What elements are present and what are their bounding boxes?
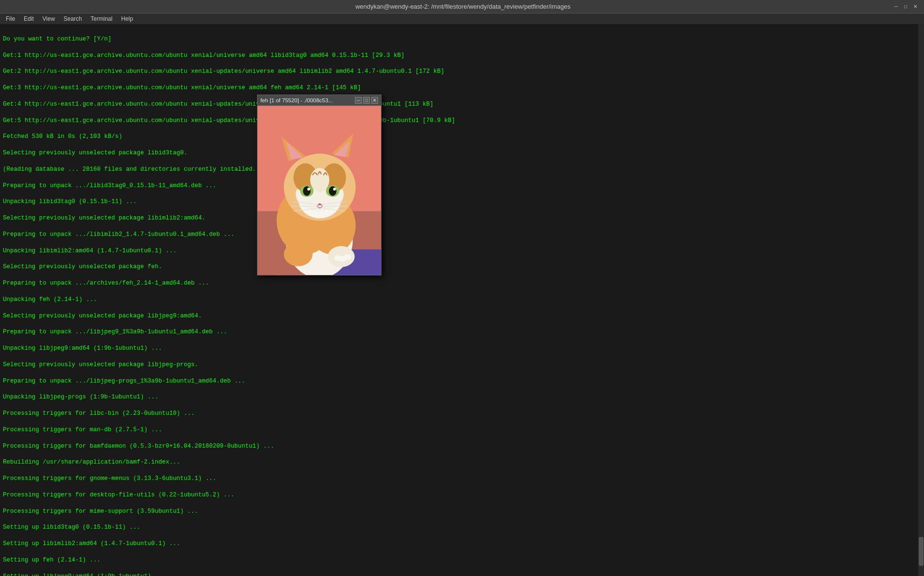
terminal-line: Processing triggers for gnome-menus (3.1… [3, 475, 921, 483]
terminal-line: Fetched 530 kB in 0s (2,103 kB/s) [3, 133, 921, 141]
svg-point-24 [333, 188, 336, 191]
terminal-line: Processing triggers for bamfdaemon (0.5.… [3, 442, 921, 451]
terminal-line: Setting up libid3tag0 (0.15.1b-11) ... [3, 523, 921, 532]
terminal-line: Get:3 http://us-east1.gce.archive.ubuntu… [3, 84, 921, 92]
feh-close-button[interactable]: ✕ [371, 97, 378, 104]
terminal-line: (Reading database ... 28160 files and di… [3, 165, 921, 174]
terminal-line: Unpacking libimlib2:amd64 (1.4.7-1ubuntu… [3, 247, 921, 255]
terminal-line: Unpacking libid3tag0 (0.15.1b-11) ... [3, 198, 921, 206]
svg-point-21 [307, 188, 310, 191]
feh-window[interactable]: feh [1 of 75520] - ./0008c53... ─ □ ✕ [257, 95, 381, 275]
terminal[interactable]: Do you want to continue? [Y/n] Get:1 htt… [0, 24, 924, 576]
menu-view[interactable]: View [39, 14, 59, 23]
feh-titlebar: feh [1 of 75520] - ./0008c53... ─ □ ✕ [258, 95, 381, 106]
feh-minimize-button[interactable]: ─ [355, 97, 362, 104]
menu-terminal[interactable]: Terminal [87, 14, 116, 23]
menu-file[interactable]: File [2, 14, 19, 23]
window-title: wendykan@wendy-east-2: /mnt/filestore/we… [34, 3, 892, 10]
terminal-line: Unpacking libjpeg9:amd64 (1:9b-1ubuntu1)… [3, 344, 921, 353]
terminal-line: Setting up feh (2.14-1) ... [3, 556, 921, 564]
menu-help[interactable]: Help [117, 14, 137, 23]
terminal-line: Rebuilding /usr/share/application/bamf-2… [3, 458, 921, 466]
terminal-line: Preparing to unpack .../libjpeg9_1%3a9b-… [3, 328, 921, 336]
feh-controls[interactable]: ─ □ ✕ [355, 97, 378, 104]
terminal-line: Setting up libimlib2:amd64 (1.4.7-1ubunt… [3, 540, 921, 548]
close-button[interactable]: ✕ [911, 3, 919, 11]
terminal-line: Get:5 http://us-east1.gce.archive.ubuntu… [3, 117, 921, 125]
terminal-line: Selecting previously unselected package … [3, 149, 921, 157]
terminal-line: Setting up libjpeg9:amd64 (1:9b-1ubuntu1… [3, 573, 921, 576]
terminal-line: Preparing to unpack .../libjpeg-progs_1%… [3, 377, 921, 385]
terminal-line: Get:1 http://us-east1.gce.archive.ubuntu… [3, 52, 921, 60]
menu-edit[interactable]: Edit [20, 14, 38, 23]
menu-bar: File Edit View Search Terminal Help [0, 14, 924, 24]
terminal-line: Selecting previously unselected package … [3, 263, 921, 271]
menu-search[interactable]: Search [60, 14, 86, 23]
terminal-line: Preparing to unpack .../libid3tag0_0.15.… [3, 182, 921, 190]
terminal-line: Selecting previously unselected package … [3, 312, 921, 320]
terminal-line: Get:2 http://us-east1.gce.archive.ubuntu… [3, 68, 921, 76]
terminal-line: Selecting previously unselected package … [3, 361, 921, 369]
scrollbar-thumb[interactable] [919, 537, 924, 566]
svg-point-23 [329, 186, 337, 196]
maximize-button[interactable]: □ [902, 3, 910, 11]
terminal-line: Get:4 http://us-east1.gce.archive.ubuntu… [3, 100, 921, 109]
terminal-line: Do you want to continue? [Y/n] [3, 35, 921, 43]
terminal-line: Unpacking feh (2.14-1) ... [3, 296, 921, 304]
terminal-line: Processing triggers for libc-bin (2.23-0… [3, 410, 921, 418]
window-controls[interactable]: ─ □ ✕ [892, 3, 919, 11]
cat-image [258, 106, 381, 275]
title-bar: wendykan@wendy-east-2: /mnt/filestore/we… [0, 0, 924, 14]
terminal-line: Preparing to unpack .../libimlib2_1.4.7-… [3, 231, 921, 239]
feh-title: feh [1 of 75520] - ./0008c53... [260, 97, 333, 103]
terminal-line: Unpacking libjpeg-progs (1:9b-1ubuntu1) … [3, 393, 921, 401]
scrollbar[interactable] [918, 24, 924, 576]
feh-image-area [258, 106, 381, 275]
svg-point-36 [344, 254, 352, 260]
terminal-line: Selecting previously unselected package … [3, 214, 921, 222]
terminal-line: Preparing to unpack .../archives/feh_2.1… [3, 279, 921, 288]
minimize-button[interactable]: ─ [892, 3, 900, 11]
svg-point-20 [303, 186, 311, 196]
terminal-line: Processing triggers for man-db (2.7.5-1)… [3, 426, 921, 434]
terminal-line: Processing triggers for desktop-file-uti… [3, 491, 921, 499]
feh-maximize-button[interactable]: □ [363, 97, 370, 104]
terminal-line: Processing triggers for mime-support (3.… [3, 507, 921, 516]
svg-point-32 [284, 242, 313, 266]
